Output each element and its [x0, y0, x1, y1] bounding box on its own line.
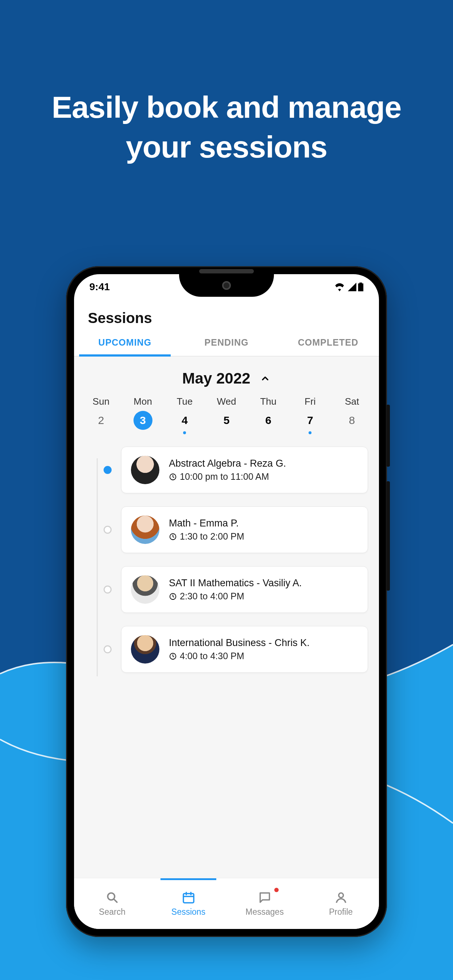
session-time: 1:30 to 2:00 PM [180, 531, 244, 542]
status-icons [334, 283, 364, 291]
phone-side-button [386, 405, 390, 467]
phone-screen: 9:41 Sessions UPCOMINGPENDINGCOMPLETED M… [74, 274, 379, 929]
session-card[interactable]: International Business - Chris K.4:00 to… [121, 626, 368, 673]
session-card[interactable]: Abstract Algebra - Reza G.10:00 pm to 11… [121, 447, 368, 493]
day-mon[interactable]: Mon3 [125, 396, 161, 430]
day-of-week-label: Mon [125, 396, 161, 407]
session-row: Math - Emma P.1:30 to 2:00 PM [85, 506, 368, 553]
timeline-bullet [104, 645, 112, 653]
week-strip: Sun2Mon3Tue4Wed5Thu6Fri7Sat8 [74, 394, 379, 436]
person-icon [334, 890, 348, 905]
nav-messages[interactable]: Messages [226, 878, 303, 929]
day-number: 3 [134, 411, 152, 430]
chat-icon [257, 890, 272, 905]
tab-completed[interactable]: COMPLETED [277, 330, 379, 356]
sessions-tabs: UPCOMINGPENDINGCOMPLETED [74, 330, 379, 356]
tutor-avatar [131, 456, 160, 484]
day-number: 6 [259, 411, 278, 430]
svg-rect-7 [183, 894, 194, 903]
session-title: Abstract Algebra - Reza G. [169, 458, 286, 469]
day-sat[interactable]: Sat8 [334, 396, 370, 430]
session-body: SAT II Mathematics - Vasiliy A.2:30 to 4… [169, 578, 302, 601]
page-title: Sessions [74, 300, 379, 330]
nav-sessions[interactable]: Sessions [150, 878, 226, 929]
svg-rect-1 [359, 283, 362, 284]
day-of-week-label: Tue [166, 396, 203, 407]
clock-icon [169, 652, 177, 660]
notification-badge [274, 888, 279, 892]
event-dot-icon [183, 431, 186, 434]
session-card[interactable]: SAT II Mathematics - Vasiliy A.2:30 to 4… [121, 566, 368, 613]
tab-upcoming[interactable]: UPCOMING [74, 330, 176, 356]
day-sun[interactable]: Sun2 [83, 396, 119, 430]
nav-label: Messages [246, 907, 284, 917]
svg-point-8 [338, 893, 343, 897]
cellular-icon [347, 283, 356, 291]
timeline-bullet [104, 526, 112, 534]
nav-label: Search [99, 907, 126, 917]
day-of-week-label: Fri [292, 396, 328, 407]
calendar-icon [181, 890, 196, 905]
day-number: 7 [301, 411, 319, 430]
day-number: 4 [175, 411, 194, 430]
phone-side-button [386, 481, 390, 590]
session-card[interactable]: Math - Emma P.1:30 to 2:00 PM [121, 506, 368, 553]
nav-label: Sessions [171, 907, 205, 917]
wifi-icon [334, 283, 345, 291]
clock-icon [169, 592, 177, 600]
nav-search[interactable]: Search [74, 878, 150, 929]
session-timeline: Abstract Algebra - Reza G.10:00 pm to 11… [74, 436, 379, 693]
tutor-avatar [131, 515, 160, 544]
tutor-avatar [131, 635, 160, 663]
nav-profile[interactable]: Profile [303, 878, 379, 929]
tutor-avatar [131, 575, 160, 604]
session-body: International Business - Chris K.4:00 to… [169, 637, 309, 661]
session-title: Math - Emma P. [169, 518, 244, 529]
clock-icon [169, 473, 177, 481]
phone-speaker [199, 269, 254, 274]
session-row: SAT II Mathematics - Vasiliy A.2:30 to 4… [85, 566, 368, 613]
timeline-line [97, 458, 98, 676]
day-of-week-label: Sun [83, 396, 119, 407]
session-time: 4:00 to 4:30 PM [180, 651, 244, 661]
day-of-week-label: Wed [208, 396, 245, 407]
timeline-bullet [104, 466, 112, 474]
tab-pending[interactable]: PENDING [176, 330, 278, 356]
svg-rect-0 [358, 283, 363, 291]
timeline-bullet [104, 585, 112, 593]
day-fri[interactable]: Fri7 [292, 396, 328, 430]
search-icon [105, 890, 120, 905]
phone-mockup: 9:41 Sessions UPCOMINGPENDINGCOMPLETED M… [66, 266, 387, 937]
session-body: Abstract Algebra - Reza G.10:00 pm to 11… [169, 458, 286, 482]
month-label: May 2022 [182, 370, 250, 387]
session-title: International Business - Chris K. [169, 637, 309, 649]
event-dot-icon [309, 431, 311, 434]
day-number: 8 [343, 411, 362, 430]
marketing-headline: Easily book and manage your sessions [0, 88, 453, 167]
nav-label: Profile [329, 907, 353, 917]
status-time: 9:41 [89, 281, 110, 293]
session-body: Math - Emma P.1:30 to 2:00 PM [169, 518, 244, 542]
day-tue[interactable]: Tue4 [166, 396, 203, 430]
day-wed[interactable]: Wed5 [208, 396, 245, 430]
clock-icon [169, 533, 177, 541]
day-of-week-label: Thu [250, 396, 287, 407]
session-row: International Business - Chris K.4:00 to… [85, 626, 368, 673]
day-number: 5 [217, 411, 236, 430]
chevron-up-icon[interactable] [260, 373, 271, 384]
session-time: 10:00 pm to 11:00 AM [180, 471, 269, 482]
battery-icon [358, 283, 364, 291]
day-of-week-label: Sat [334, 396, 370, 407]
session-time: 2:30 to 4:00 PM [180, 591, 244, 601]
day-thu[interactable]: Thu6 [250, 396, 287, 430]
phone-notch [179, 274, 274, 297]
session-row: Abstract Algebra - Reza G.10:00 pm to 11… [85, 447, 368, 493]
session-title: SAT II Mathematics - Vasiliy A. [169, 578, 302, 589]
content-area: May 2022 Sun2Mon3Tue4Wed5Thu6Fri7Sat8 Ab… [74, 356, 379, 878]
day-number: 2 [91, 411, 110, 430]
bottom-nav: SearchSessionsMessagesProfile [74, 878, 379, 929]
